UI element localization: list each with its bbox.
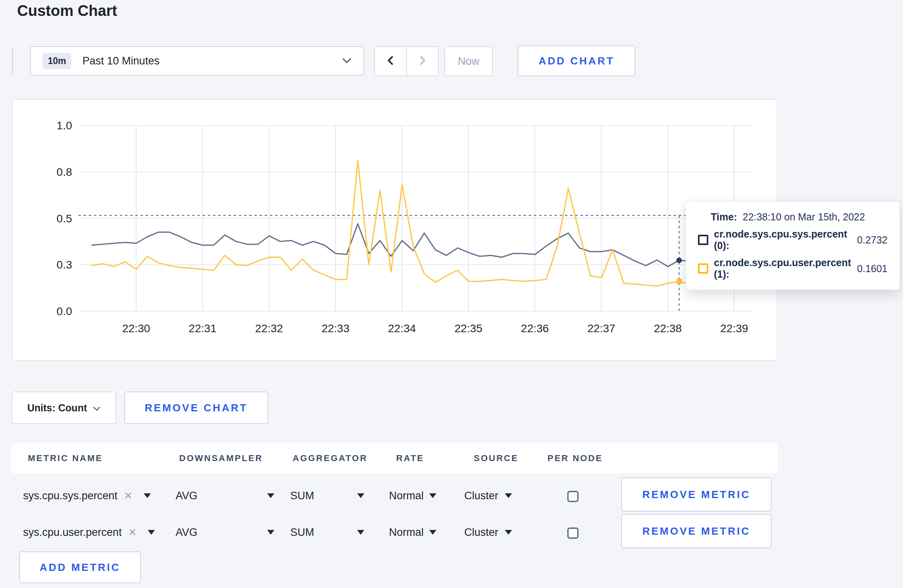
rate-select[interactable]: Normal bbox=[389, 480, 436, 512]
chevron-down-icon bbox=[93, 402, 100, 414]
col-header-metric-name: METRIC NAME bbox=[28, 443, 103, 473]
series-color-swatch bbox=[698, 235, 708, 245]
source-select[interactable]: Cluster bbox=[464, 480, 512, 512]
svg-text:22:34: 22:34 bbox=[388, 322, 416, 335]
chart-card: 0.00.30.50.81.022:3022:3122:3222:3322:34… bbox=[12, 99, 778, 361]
caret-down-icon bbox=[429, 493, 436, 498]
toolbar-accent-divider bbox=[12, 47, 13, 76]
source-select[interactable]: Cluster bbox=[464, 516, 512, 548]
page-title: Custom Chart bbox=[17, 2, 117, 19]
metric-name-value: sys.cpu.user.percent bbox=[23, 526, 122, 539]
caret-down-icon bbox=[267, 530, 274, 535]
add-metric-button[interactable]: ADD METRIC bbox=[19, 551, 141, 583]
chart-tooltip: Time: 22:38:10 on Mar 15th, 2022 cr.node… bbox=[686, 201, 900, 290]
caret-down-icon bbox=[144, 493, 151, 498]
metric-name-select[interactable]: sys.cpu.sys.percent ✕ bbox=[23, 480, 151, 512]
svg-text:22:37: 22:37 bbox=[587, 322, 615, 335]
metric-name-value: sys.cpu.sys.percent bbox=[23, 490, 117, 502]
per-node-checkbox[interactable] bbox=[567, 528, 579, 539]
remove-metric-button[interactable]: REMOVE METRIC bbox=[621, 477, 772, 512]
tooltip-series-label: cr.node.sys.cpu.sys.percent (0): bbox=[714, 228, 852, 251]
remove-chart-button[interactable]: REMOVE CHART bbox=[124, 391, 268, 424]
rate-select[interactable]: Normal bbox=[389, 516, 436, 548]
series-color-swatch bbox=[698, 263, 708, 274]
caret-down-icon bbox=[357, 530, 364, 535]
caret-down-icon bbox=[357, 493, 364, 498]
svg-text:22:30: 22:30 bbox=[122, 322, 150, 335]
col-header-rate: RATE bbox=[396, 443, 424, 473]
per-node-checkbox[interactable] bbox=[567, 491, 579, 502]
now-button[interactable]: Now bbox=[444, 46, 493, 76]
tooltip-time-value: 22:38:10 on Mar 15th, 2022 bbox=[743, 211, 865, 223]
time-pager bbox=[374, 46, 439, 76]
svg-text:0.8: 0.8 bbox=[57, 166, 72, 178]
col-header-aggregator: AGGREGATOR bbox=[293, 443, 367, 473]
chart-canvas[interactable]: 0.00.30.50.81.022:3022:3122:3222:3322:34… bbox=[12, 100, 777, 360]
svg-text:22:32: 22:32 bbox=[255, 322, 283, 335]
svg-text:0.5: 0.5 bbox=[57, 212, 72, 225]
tooltip-series-value: 0.1601 bbox=[857, 263, 887, 275]
svg-text:22:33: 22:33 bbox=[322, 322, 350, 335]
time-range-selector[interactable]: 10m Past 10 Minutes bbox=[30, 46, 364, 76]
custom-chart-page: Custom Chart 10m Past 10 Minutes Now ADD… bbox=[0, 0, 903, 588]
time-range-label: Past 10 Minutes bbox=[82, 55, 160, 67]
metrics-table-header: METRIC NAME DOWNSAMPLER AGGREGATOR RATE … bbox=[12, 443, 778, 473]
caret-down-icon bbox=[429, 530, 436, 535]
time-range-badge: 10m bbox=[43, 53, 71, 69]
downsampler-select[interactable]: AVG bbox=[176, 480, 274, 512]
svg-text:0.3: 0.3 bbox=[57, 259, 72, 271]
units-label: Units: Count bbox=[27, 402, 87, 414]
svg-text:22:35: 22:35 bbox=[454, 322, 482, 335]
svg-text:22:31: 22:31 bbox=[189, 322, 217, 335]
remove-metric-button[interactable]: REMOVE METRIC bbox=[621, 514, 772, 548]
chevron-down-icon bbox=[342, 58, 352, 64]
svg-text:22:38: 22:38 bbox=[654, 322, 682, 335]
aggregator-select[interactable]: SUM bbox=[290, 480, 364, 512]
time-prev-button[interactable] bbox=[375, 47, 406, 76]
metric-row: sys.cpu.sys.percent ✕ AVG SUM Normal Clu… bbox=[12, 480, 778, 512]
caret-down-icon bbox=[148, 530, 155, 535]
svg-text:1.0: 1.0 bbox=[57, 119, 72, 132]
chevron-right-icon bbox=[418, 55, 427, 67]
time-next-button[interactable] bbox=[406, 47, 438, 76]
caret-down-icon bbox=[505, 530, 512, 535]
caret-down-icon bbox=[267, 493, 274, 498]
col-header-source: SOURCE bbox=[474, 443, 518, 473]
downsampler-select[interactable]: AVG bbox=[176, 516, 274, 548]
svg-text:22:39: 22:39 bbox=[720, 322, 748, 335]
metric-name-select[interactable]: sys.cpu.user.percent ✕ bbox=[23, 516, 155, 548]
clear-metric-icon[interactable]: ✕ bbox=[124, 490, 133, 502]
metric-row: sys.cpu.user.percent ✕ AVG SUM Normal Cl… bbox=[12, 516, 778, 548]
add-chart-button[interactable]: ADD CHART bbox=[518, 45, 635, 76]
units-selector[interactable]: Units: Count bbox=[12, 391, 116, 424]
col-header-per-node: PER NODE bbox=[547, 443, 603, 473]
svg-text:22:36: 22:36 bbox=[521, 322, 549, 335]
svg-text:0.0: 0.0 bbox=[57, 305, 72, 317]
tooltip-time-label: Time: bbox=[711, 211, 737, 223]
clear-metric-icon[interactable]: ✕ bbox=[128, 526, 137, 539]
chevron-left-icon bbox=[386, 55, 395, 67]
aggregator-select[interactable]: SUM bbox=[290, 516, 364, 548]
caret-down-icon bbox=[505, 493, 512, 498]
tooltip-series-value: 0.2732 bbox=[857, 234, 887, 246]
col-header-downsampler: DOWNSAMPLER bbox=[179, 443, 263, 473]
tooltip-series-label: cr.node.sys.cpu.user.percent (1): bbox=[714, 257, 852, 280]
